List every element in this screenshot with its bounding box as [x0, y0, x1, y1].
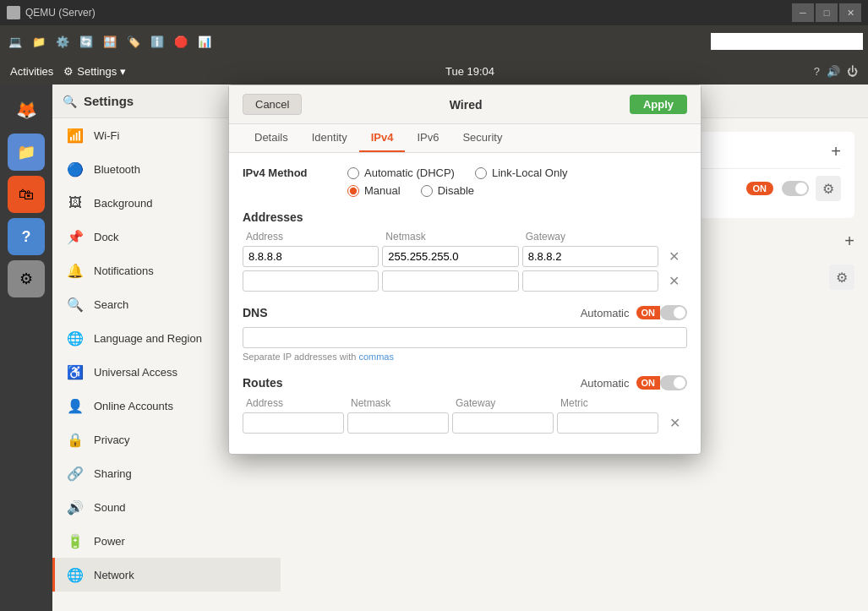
method-disable-radio[interactable]	[421, 185, 433, 197]
routes-section: Routes Automatic ON Address Netmask Gate…	[243, 375, 687, 434]
dns-input[interactable]	[243, 327, 687, 348]
ipv4-method-section: IPv4 Method Automatic (DHCP) Link-Local …	[243, 166, 687, 197]
routes-row1-metric[interactable]	[557, 412, 658, 434]
taskbar-help-icon[interactable]: ?	[814, 65, 820, 78]
sidebar-item-power[interactable]: 🔋 Power	[52, 524, 281, 558]
method-disable-label: Disable	[438, 184, 474, 197]
addr-row1-netmask[interactable]	[382, 246, 518, 267]
addresses-section: Addresses Address Netmask Gateway ✕ ✕	[243, 210, 687, 292]
settings-title: Settings	[84, 94, 134, 108]
toolbar-computer-icon[interactable]: 💻	[5, 31, 25, 52]
method-manual-option[interactable]: Manual	[347, 184, 401, 197]
tab-ipv6[interactable]: IPv6	[405, 124, 450, 152]
dns-section: DNS Automatic ON Separate IP addresses w…	[243, 305, 687, 362]
dns-hint-link: commas	[358, 352, 394, 362]
search-icon: 🔍	[67, 296, 84, 313]
toolbar-folder-icon[interactable]: 📁	[29, 31, 49, 52]
toolbar-refresh-icon[interactable]: 🔄	[76, 31, 96, 52]
addr-row1-remove[interactable]: ✕	[662, 248, 687, 265]
taskbar-power-icon[interactable]: ⏻	[847, 65, 858, 78]
power-icon: 🔋	[67, 532, 84, 549]
method-row-2: Manual Disable	[243, 184, 687, 197]
dock-icon-firefox[interactable]: 🦊	[8, 91, 45, 128]
routes-toggle-container[interactable]: ON	[636, 375, 688, 390]
close-button[interactable]: ✕	[839, 3, 861, 22]
addr-headers: Address Netmask Gateway	[243, 231, 687, 243]
wired-dialog: Cancel Wired Apply Details Identity IPv4…	[228, 85, 701, 455]
sidebar-item-sharing[interactable]: 🔗 Sharing	[52, 456, 281, 490]
wired-settings-button[interactable]: ⚙	[816, 176, 841, 201]
wired-toggle[interactable]: ON	[746, 182, 774, 195]
toolbar-tag-icon[interactable]: 🏷️	[123, 31, 144, 52]
routes-row1-address[interactable]	[243, 412, 344, 434]
add-vpn-button[interactable]: +	[844, 232, 854, 251]
proxy-settings-button[interactable]: ⚙	[829, 265, 854, 290]
sidebar-item-sound[interactable]: 🔊 Sound	[52, 490, 281, 524]
add-wired-button[interactable]: +	[831, 142, 841, 161]
addr-row2-netmask[interactable]	[382, 270, 518, 292]
sidebar-item-power-label: Power	[94, 535, 125, 548]
minimize-button[interactable]: ─	[792, 3, 814, 22]
toolbar-search-input[interactable]	[711, 33, 863, 50]
sidebar-item-network-label: Network	[94, 569, 134, 581]
routes-label: Routes	[243, 376, 282, 390]
method-dhcp-radio[interactable]	[347, 167, 359, 179]
sound-icon: 🔊	[67, 499, 84, 516]
addr-row1-gateway[interactable]	[522, 246, 658, 267]
maximize-button[interactable]: □	[816, 3, 838, 22]
method-linklocal-radio[interactable]	[475, 167, 487, 179]
tab-details[interactable]: Details	[243, 124, 300, 152]
routes-toggle-on-label[interactable]: ON	[636, 376, 661, 390]
routes-row1-remove[interactable]: ✕	[662, 415, 687, 431]
bluetooth-icon: 🔵	[67, 161, 84, 177]
taskbar-right: ? 🔊 ⏻	[814, 65, 858, 78]
taskbar-sound-icon[interactable]: 🔊	[827, 65, 840, 78]
routes-row1-gateway[interactable]	[452, 412, 554, 434]
addr-row2-remove[interactable]: ✕	[662, 273, 687, 289]
tab-security[interactable]: Security	[450, 124, 514, 152]
routes-auto-label: Automatic	[581, 377, 630, 390]
settings-menu[interactable]: ⚙ Settings ▾	[63, 65, 126, 78]
activities-button[interactable]: Activities	[10, 65, 53, 78]
dialog-cancel-button[interactable]: Cancel	[243, 94, 302, 115]
dns-toggle-on-label[interactable]: ON	[636, 306, 661, 319]
tab-ipv4[interactable]: IPv4	[359, 124, 406, 152]
addr-row2-gateway[interactable]	[522, 270, 658, 292]
dock-icon-help[interactable]: ?	[8, 218, 45, 255]
method-linklocal-label: Link-Local Only	[492, 166, 568, 179]
method-linklocal-option[interactable]: Link-Local Only	[475, 166, 568, 179]
addr-row1-address[interactable]	[243, 246, 379, 267]
taskbar-left: Activities ⚙ Settings ▾	[10, 65, 126, 78]
dock-icon-software[interactable]: 🛍	[8, 176, 45, 213]
toggle-track[interactable]	[782, 181, 809, 196]
method-dhcp-option[interactable]: Automatic (DHCP)	[347, 166, 455, 179]
addr-row2-address[interactable]	[243, 270, 379, 292]
addr-row-2: ✕	[243, 270, 687, 292]
method-disable-option[interactable]: Disable	[421, 184, 474, 197]
toolbar-window-icon[interactable]: 🪟	[100, 31, 120, 52]
app-icon	[7, 6, 20, 19]
dns-header-row: DNS Automatic ON	[243, 305, 687, 320]
routes-toggle-track[interactable]	[660, 375, 687, 390]
routes-toggle-thumb	[674, 377, 685, 389]
background-icon: 🖼	[67, 194, 84, 211]
dock-icon-settings[interactable]: ⚙	[8, 260, 45, 297]
tab-identity[interactable]: Identity	[300, 124, 359, 152]
toolbar-info-icon[interactable]: ℹ️	[147, 31, 167, 52]
toolbar-chart-icon[interactable]: 📊	[194, 31, 215, 52]
dns-toggle-track[interactable]	[660, 305, 687, 320]
toolbar-stop-icon[interactable]: 🛑	[171, 31, 191, 52]
dns-toggle-container[interactable]: ON	[636, 305, 688, 320]
routes-row1-netmask[interactable]	[347, 412, 449, 434]
sidebar-item-network[interactable]: 🌐 Network	[52, 558, 281, 592]
dialog-apply-button[interactable]: Apply	[630, 95, 687, 114]
method-dhcp-label: Automatic (DHCP)	[364, 166, 455, 179]
routes-headers: Address Netmask Gateway Metric	[243, 397, 687, 409]
sidebar-item-privacy-label: Privacy	[94, 434, 130, 446]
toolbar-gear-icon[interactable]: ⚙️	[52, 31, 73, 52]
method-manual-radio[interactable]	[347, 185, 359, 197]
title-bar-title: QEMU (Server)	[25, 7, 787, 19]
settings-search-icon[interactable]: 🔍	[63, 95, 77, 108]
dns-label: DNS	[243, 306, 268, 319]
dock-icon-files[interactable]: 📁	[8, 134, 45, 171]
